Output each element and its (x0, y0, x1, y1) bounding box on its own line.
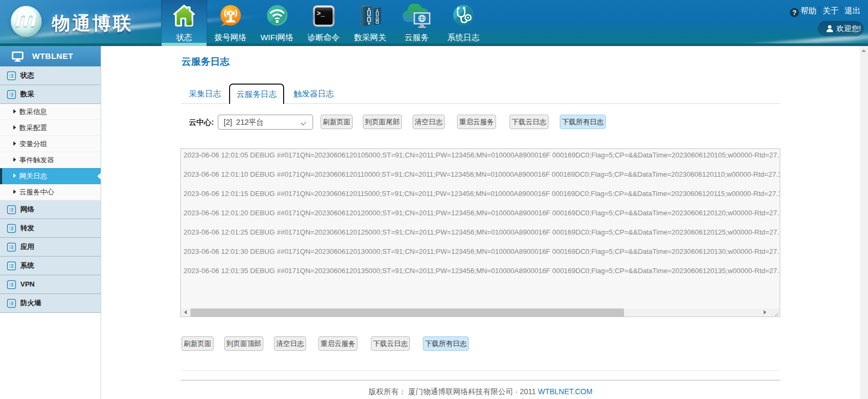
svg-text:>_: >_ (317, 10, 325, 18)
